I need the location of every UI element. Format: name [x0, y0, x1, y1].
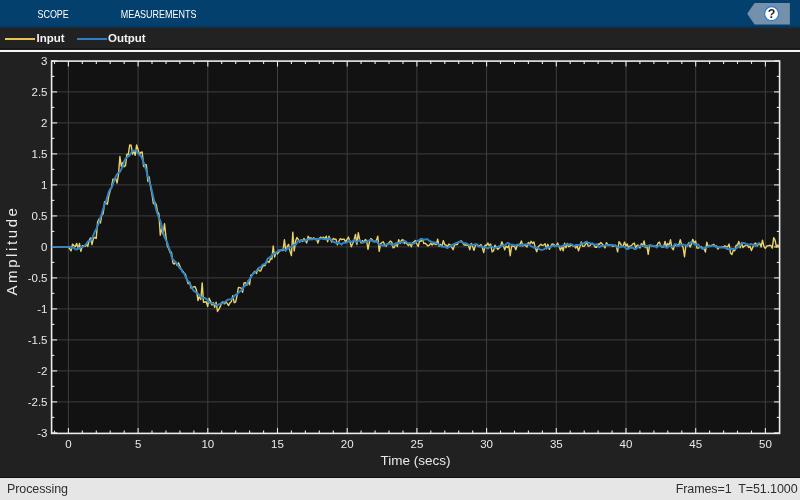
- svg-text:-2.5: -2.5: [28, 395, 48, 407]
- svg-text:-0.5: -0.5: [28, 271, 48, 283]
- svg-text:25: 25: [411, 438, 424, 450]
- svg-text:5: 5: [135, 438, 141, 450]
- svg-text:45: 45: [689, 438, 702, 450]
- svg-text:3: 3: [41, 54, 47, 66]
- svg-text:35: 35: [550, 438, 563, 450]
- svg-text:0.5: 0.5: [32, 209, 48, 221]
- svg-text:10: 10: [201, 438, 214, 450]
- svg-text:-1.5: -1.5: [28, 333, 48, 345]
- svg-text:15: 15: [271, 438, 284, 450]
- svg-text:Amplitude: Amplitude: [3, 205, 20, 295]
- svg-text:40: 40: [620, 438, 633, 450]
- svg-text:-1: -1: [37, 302, 47, 314]
- svg-text:1.5: 1.5: [32, 147, 48, 159]
- svg-text:-3: -3: [37, 426, 47, 438]
- svg-text:?: ?: [768, 7, 776, 21]
- svg-text:20: 20: [341, 438, 354, 450]
- svg-text:1: 1: [41, 178, 47, 190]
- svg-text:30: 30: [480, 438, 493, 450]
- svg-text:2: 2: [41, 116, 47, 128]
- svg-text:0: 0: [41, 240, 47, 252]
- svg-text:0: 0: [65, 438, 71, 450]
- svg-text:-2: -2: [37, 364, 47, 376]
- svg-text:Time (secs): Time (secs): [381, 452, 451, 467]
- svg-text:2.5: 2.5: [32, 85, 48, 97]
- svg-text:50: 50: [759, 438, 772, 450]
